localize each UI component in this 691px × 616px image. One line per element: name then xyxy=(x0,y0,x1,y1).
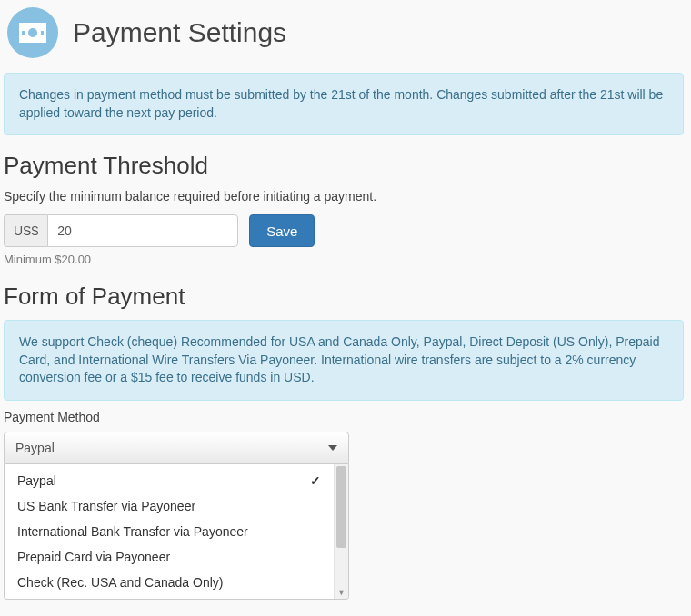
threshold-hint: Minimum $20.00 xyxy=(4,253,684,266)
dropdown-option[interactable]: International Bank Transfer via Payoneer xyxy=(5,519,334,544)
chevron-down-icon xyxy=(328,445,337,451)
scroll-down-icon[interactable]: ▼ xyxy=(335,586,348,599)
svg-rect-3 xyxy=(22,31,25,35)
payment-icon xyxy=(7,7,58,58)
page-title: Payment Settings xyxy=(73,17,286,48)
dropdown-option[interactable]: Check (Rec. USA and Canada Only) xyxy=(5,570,334,595)
page-header: Payment Settings xyxy=(4,4,684,65)
section-threshold-title: Payment Threshold xyxy=(4,152,684,180)
dropdown-option[interactable]: Paypal xyxy=(5,468,334,493)
scrollbar-thumb[interactable] xyxy=(336,466,346,548)
dropdown-toggle[interactable]: Paypal xyxy=(4,432,349,464)
dropdown-selected-value: Paypal xyxy=(15,441,55,455)
threshold-input-group: US$ xyxy=(4,214,238,247)
threshold-description: Specify the minimum balance required bef… xyxy=(4,189,684,204)
svg-rect-4 xyxy=(41,31,44,35)
payment-method-dropdown: Paypal Paypal US Bank Transfer via Payon… xyxy=(4,432,349,600)
threshold-input[interactable] xyxy=(47,214,238,247)
dropdown-scrollbar[interactable]: ▼ xyxy=(334,464,348,599)
dropdown-option[interactable]: Prepaid Card via Payoneer xyxy=(5,544,334,570)
notice-deadline: Changes in payment method must be submit… xyxy=(4,73,684,135)
svg-point-2 xyxy=(28,28,37,37)
dropdown-list: Paypal US Bank Transfer via Payoneer Int… xyxy=(5,464,334,599)
payment-method-label: Payment Method xyxy=(4,410,684,424)
notice-methods: We support Check (cheque) Recommended fo… xyxy=(4,320,684,401)
section-form-title: Form of Payment xyxy=(4,283,684,311)
save-button[interactable]: Save xyxy=(249,214,315,247)
dropdown-option[interactable]: US Bank Transfer via Payoneer xyxy=(5,493,334,519)
currency-prefix: US$ xyxy=(4,214,47,247)
dropdown-menu: Paypal US Bank Transfer via Payoneer Int… xyxy=(4,464,349,600)
